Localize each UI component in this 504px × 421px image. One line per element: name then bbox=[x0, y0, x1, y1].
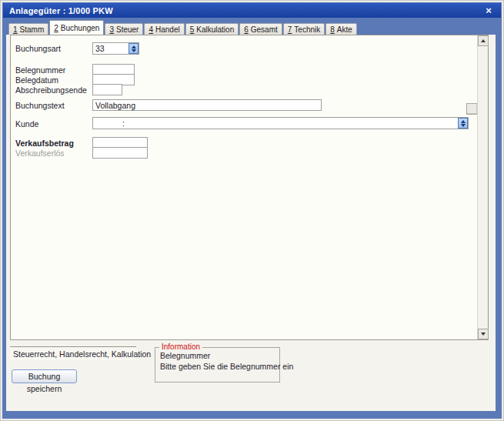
tab-handel[interactable]: 4Handel bbox=[144, 23, 184, 35]
tab-technik[interactable]: 7Technik bbox=[283, 23, 325, 35]
kunde-combo[interactable]: : bbox=[92, 117, 469, 129]
buchungsart-combo[interactable]: 33 bbox=[92, 42, 139, 55]
tab-kalkulation[interactable]: 5Kalkulation bbox=[185, 23, 239, 35]
window-title: Anlagegüter : 1/000 PKW bbox=[9, 6, 113, 15]
tab-akte[interactable]: 8Akte bbox=[325, 23, 357, 35]
buchungstext-input[interactable] bbox=[92, 99, 322, 111]
information-box-title: Information bbox=[159, 342, 202, 351]
belegnummer-label: Belegnummer bbox=[15, 65, 65, 75]
tab-stamm[interactable]: 1Stamm bbox=[8, 23, 48, 35]
buchungstext-browse-button[interactable] bbox=[466, 103, 478, 115]
scroll-up-icon[interactable] bbox=[478, 35, 489, 46]
belegdatum-label: Belegdatum bbox=[15, 75, 58, 85]
form-panel: Buchungsart 33 Belegnummer Belegdatum Ab… bbox=[10, 35, 489, 340]
verkaufserloes-label: Verkaufserlös bbox=[15, 149, 65, 158]
abschreibungsende-input[interactable] bbox=[92, 84, 122, 95]
scroll-down-icon[interactable] bbox=[478, 329, 489, 339]
information-line-2: Bitte geben Sie die Belegnummer ein bbox=[160, 362, 293, 371]
tab-steuer[interactable]: 3Steuer bbox=[105, 23, 143, 35]
buchungsart-updown-icon[interactable] bbox=[129, 43, 139, 54]
vertical-scrollbar[interactable] bbox=[477, 35, 488, 339]
kunde-label: Kunde bbox=[15, 119, 38, 129]
buchungsart-label: Buchungsart bbox=[15, 44, 61, 53]
tab-strip: 1Stamm 2Buchungen 3Steuer 4Handel 5Kalku… bbox=[8, 20, 358, 35]
verkaufserloes-input[interactable] bbox=[92, 147, 148, 159]
dialog-body: Buchungsart 33 Belegnummer Belegdatum Ab… bbox=[6, 35, 496, 411]
titlebar: Anlagegüter : 1/000 PKW × bbox=[3, 3, 501, 18]
buchungstext-label: Buchungstext bbox=[15, 101, 65, 110]
tab-gesamt[interactable]: 6Gesamt bbox=[239, 23, 282, 35]
buchungsart-value: 33 bbox=[93, 43, 129, 54]
tab-buchungen[interactable]: 2Buchungen bbox=[49, 20, 104, 35]
anlagegueter-dialog: Anlagegüter : 1/000 PKW × 1Stamm 2Buchun… bbox=[0, 0, 504, 421]
kunde-value: : bbox=[93, 118, 458, 129]
information-box: Information Belegnummer Bitte geben Sie … bbox=[155, 347, 280, 383]
verkaufsbetrag-label: Verkaufsbetrag bbox=[15, 139, 74, 148]
information-line-1: Belegnummer bbox=[160, 351, 210, 360]
close-icon[interactable]: × bbox=[482, 5, 495, 15]
context-status-text: Steuerrecht, Handelsrecht, Kalkulation bbox=[10, 346, 136, 360]
kunde-updown-icon[interactable] bbox=[458, 118, 468, 129]
abschreibungsende-label: Abschreibungsende bbox=[15, 85, 87, 95]
save-booking-button[interactable]: Buchung speichern bbox=[12, 369, 77, 383]
